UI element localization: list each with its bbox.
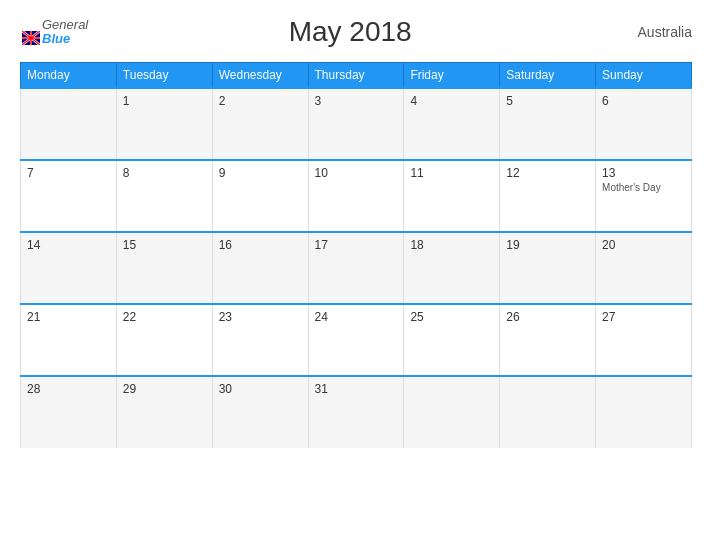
- calendar-grid: MondayTuesdayWednesdayThursdayFridaySatu…: [20, 62, 692, 448]
- calendar-cell: [500, 376, 596, 448]
- calendar-week-row: 28293031: [21, 376, 692, 448]
- calendar-cell: [21, 88, 117, 160]
- calendar-cell: 29: [116, 376, 212, 448]
- calendar-cell: 22: [116, 304, 212, 376]
- weekday-header-thursday: Thursday: [308, 63, 404, 89]
- day-number: 7: [27, 166, 110, 180]
- day-number: 17: [315, 238, 398, 252]
- weekday-header-row: MondayTuesdayWednesdayThursdayFridaySatu…: [21, 63, 692, 89]
- calendar-cell: 15: [116, 232, 212, 304]
- day-number: 11: [410, 166, 493, 180]
- weekday-header-tuesday: Tuesday: [116, 63, 212, 89]
- logo-general-label: General: [42, 18, 88, 32]
- calendar-cell: 27: [596, 304, 692, 376]
- day-number: 21: [27, 310, 110, 324]
- calendar-cell: 28: [21, 376, 117, 448]
- day-number: 24: [315, 310, 398, 324]
- day-number: 15: [123, 238, 206, 252]
- calendar-cell: 8: [116, 160, 212, 232]
- calendar-week-row: 78910111213Mother's Day: [21, 160, 692, 232]
- calendar-cell: 26: [500, 304, 596, 376]
- logo: General Blue: [20, 18, 88, 47]
- calendar-week-row: 123456: [21, 88, 692, 160]
- calendar-cell: 18: [404, 232, 500, 304]
- day-number: 29: [123, 382, 206, 396]
- logo-blue-label: Blue: [42, 32, 88, 46]
- day-number: 22: [123, 310, 206, 324]
- day-number: 27: [602, 310, 685, 324]
- logo-flag-icon: [22, 31, 40, 45]
- day-number: 30: [219, 382, 302, 396]
- day-number: 4: [410, 94, 493, 108]
- day-number: 23: [219, 310, 302, 324]
- calendar-cell: 5: [500, 88, 596, 160]
- weekday-header-monday: Monday: [21, 63, 117, 89]
- calendar-cell: 31: [308, 376, 404, 448]
- weekday-header-friday: Friday: [404, 63, 500, 89]
- day-number: 13: [602, 166, 685, 180]
- weekday-header-wednesday: Wednesday: [212, 63, 308, 89]
- day-number: 2: [219, 94, 302, 108]
- day-number: 5: [506, 94, 589, 108]
- calendar-cell: 21: [21, 304, 117, 376]
- day-number: 19: [506, 238, 589, 252]
- calendar-cell: 12: [500, 160, 596, 232]
- day-number: 25: [410, 310, 493, 324]
- calendar-body: 12345678910111213Mother's Day14151617181…: [21, 88, 692, 448]
- calendar-cell: 11: [404, 160, 500, 232]
- calendar-cell: 1: [116, 88, 212, 160]
- calendar-cell: 10: [308, 160, 404, 232]
- calendar-title: May 2018: [88, 16, 612, 48]
- calendar-cell: 9: [212, 160, 308, 232]
- day-number: 14: [27, 238, 110, 252]
- calendar-container: General Blue May 2018 Australia MondayTu…: [0, 0, 712, 550]
- weekday-header-saturday: Saturday: [500, 63, 596, 89]
- day-number: 9: [219, 166, 302, 180]
- day-number: 6: [602, 94, 685, 108]
- day-number: 10: [315, 166, 398, 180]
- calendar-week-row: 14151617181920: [21, 232, 692, 304]
- calendar-cell: 23: [212, 304, 308, 376]
- calendar-cell: 14: [21, 232, 117, 304]
- calendar-cell: 16: [212, 232, 308, 304]
- calendar-cell: 17: [308, 232, 404, 304]
- calendar-header-row: MondayTuesdayWednesdayThursdayFridaySatu…: [21, 63, 692, 89]
- day-number: 8: [123, 166, 206, 180]
- calendar-country: Australia: [612, 24, 692, 40]
- day-number: 12: [506, 166, 589, 180]
- day-number: 18: [410, 238, 493, 252]
- calendar-cell: 25: [404, 304, 500, 376]
- calendar-cell: 4: [404, 88, 500, 160]
- day-number: 31: [315, 382, 398, 396]
- day-number: 28: [27, 382, 110, 396]
- calendar-week-row: 21222324252627: [21, 304, 692, 376]
- day-event: Mother's Day: [602, 182, 685, 193]
- day-number: 20: [602, 238, 685, 252]
- calendar-cell: 20: [596, 232, 692, 304]
- calendar-cell: 13Mother's Day: [596, 160, 692, 232]
- calendar-cell: [404, 376, 500, 448]
- calendar-cell: 30: [212, 376, 308, 448]
- weekday-header-sunday: Sunday: [596, 63, 692, 89]
- calendar-cell: 19: [500, 232, 596, 304]
- calendar-cell: 2: [212, 88, 308, 160]
- calendar-header: General Blue May 2018 Australia: [20, 16, 692, 48]
- calendar-cell: 7: [21, 160, 117, 232]
- calendar-cell: 3: [308, 88, 404, 160]
- day-number: 1: [123, 94, 206, 108]
- day-number: 3: [315, 94, 398, 108]
- calendar-cell: 24: [308, 304, 404, 376]
- day-number: 16: [219, 238, 302, 252]
- calendar-cell: [596, 376, 692, 448]
- day-number: 26: [506, 310, 589, 324]
- calendar-cell: 6: [596, 88, 692, 160]
